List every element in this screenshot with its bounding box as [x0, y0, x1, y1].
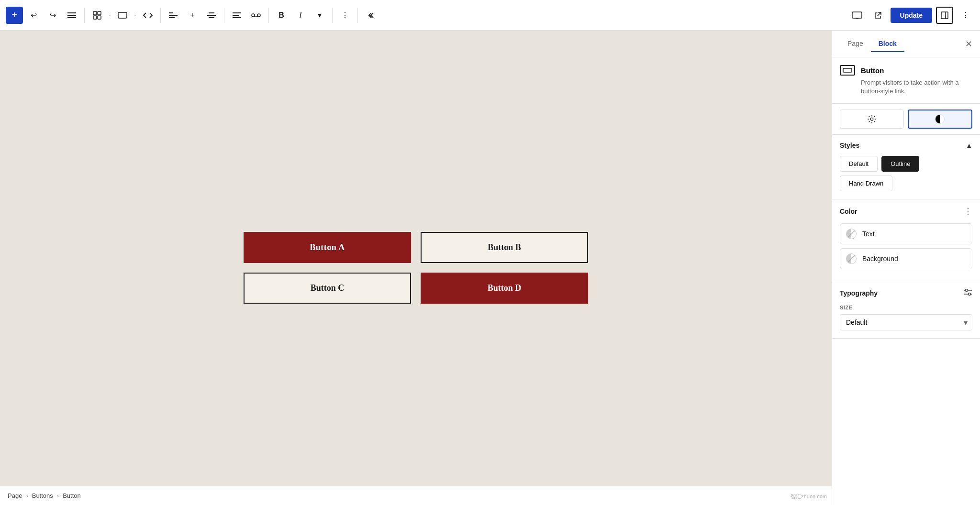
tab-block[interactable]: Block — [871, 36, 904, 52]
button-d[interactable]: Button D — [421, 273, 588, 304]
block-description: Prompt visitors to take action with a bu… — [861, 78, 972, 96]
size-label: SIZE — [840, 305, 972, 310]
styles-section: Styles ▲ Default Outline Hand Drawn — [832, 135, 980, 199]
text-color-label: Text — [862, 230, 875, 238]
external-link-icon — [874, 11, 882, 20]
link-button[interactable] — [247, 7, 265, 24]
bold-button[interactable]: B — [273, 7, 290, 24]
typography-tune-button[interactable] — [964, 288, 972, 298]
block-view-button[interactable] — [89, 7, 106, 24]
svg-rect-5 — [93, 16, 97, 19]
add-inline-button[interactable]: + — [184, 7, 201, 24]
svg-rect-17 — [852, 12, 862, 18]
svg-rect-3 — [93, 11, 97, 15]
background-color-option[interactable]: Background — [840, 248, 972, 269]
list-view-button[interactable] — [63, 7, 80, 24]
styles-options: Default Outline Hand Drawn — [832, 156, 980, 199]
close-panel-button[interactable]: ✕ — [965, 39, 972, 49]
chevron-down-button[interactable]: ▾ — [311, 7, 328, 24]
collapse-button[interactable] — [362, 7, 379, 24]
text-color-option[interactable]: Text — [840, 223, 972, 244]
divider-4 — [268, 8, 269, 23]
inline-icon — [118, 12, 127, 19]
styles-section-header[interactable]: Styles ▲ — [832, 135, 980, 156]
align-center-icon — [207, 12, 216, 19]
style-hand-drawn[interactable]: Hand Drawn — [840, 176, 892, 191]
button-b[interactable]: Button B — [421, 232, 588, 263]
styles-title: Styles — [840, 142, 859, 149]
toolbar: + ↩ ↪ · · — [0, 0, 980, 31]
svg-point-27 — [969, 293, 971, 296]
typography-title: Typography — [840, 289, 878, 297]
inline-button[interactable] — [114, 7, 131, 24]
update-button[interactable]: Update — [891, 8, 932, 23]
buttons-grid: Button A Button B Button C Button D — [244, 232, 588, 304]
breadcrumb-buttons[interactable]: Buttons — [32, 492, 53, 499]
more-button[interactable]: ⋮ — [957, 7, 974, 24]
italic-button[interactable]: I — [292, 7, 309, 24]
button-a[interactable]: Button A — [244, 232, 411, 263]
color-more-button[interactable]: ⋮ — [964, 206, 972, 217]
toolbar-right: Update ⋮ — [848, 7, 974, 24]
svg-point-23 — [870, 118, 873, 121]
redo-button[interactable]: ↪ — [44, 7, 61, 24]
code-editor-icon — [143, 12, 153, 19]
color-section: Color ⋮ Text Background — [832, 199, 980, 281]
add-block-button[interactable]: + — [6, 7, 23, 24]
toggle-panel-button[interactable] — [936, 7, 953, 24]
breadcrumb-page[interactable]: Page — [8, 492, 22, 499]
collapse-icon — [367, 11, 374, 19]
style-tabs — [832, 104, 980, 135]
divider-5 — [332, 8, 333, 23]
right-panel: Page Block ✕ Button Prompt visitors to t… — [832, 31, 980, 505]
desktop-icon — [852, 11, 862, 19]
block-title-row: Button — [840, 65, 972, 76]
gear-icon — [868, 115, 876, 123]
link-icon — [251, 12, 261, 18]
divider-3 — [224, 8, 224, 23]
text-align-button[interactable] — [228, 7, 245, 24]
style-outline[interactable]: Outline — [881, 156, 919, 172]
breadcrumb-sep-2: › — [57, 492, 59, 499]
color-options: Text Background — [832, 223, 980, 281]
settings-tab[interactable] — [840, 110, 904, 129]
external-link-button[interactable] — [869, 7, 887, 24]
color-title: Color — [840, 208, 858, 215]
divider-6 — [357, 8, 358, 23]
typography-content: SIZE Default Small Medium Large X-Large … — [832, 305, 980, 338]
breadcrumb-button[interactable]: Button — [63, 492, 81, 499]
align-left-button[interactable] — [165, 7, 182, 24]
typography-header: Typography — [832, 281, 980, 305]
breadcrumb-sep-1: › — [26, 492, 28, 499]
size-select-wrap: Default Small Medium Large X-Large ▾ — [840, 314, 972, 330]
dot-separator: · — [109, 10, 111, 20]
svg-rect-4 — [98, 11, 101, 15]
canvas-area: Button A Button B Button C Button D — [0, 31, 832, 505]
styles-chevron[interactable]: ▲ — [966, 142, 972, 149]
svg-rect-7 — [118, 12, 127, 18]
divider-1 — [84, 8, 85, 23]
tab-page[interactable]: Page — [840, 36, 871, 52]
svg-rect-20 — [941, 12, 948, 19]
toggle-panel-icon — [941, 11, 948, 19]
align-center-button[interactable] — [203, 7, 220, 24]
typography-section: Typography SIZE Defa — [832, 281, 980, 339]
divider-2 — [160, 8, 161, 23]
color-section-header: Color ⋮ — [832, 199, 980, 223]
breadcrumb: Page › Buttons › Button — [0, 486, 832, 505]
list-view-icon — [67, 12, 76, 19]
code-editor-button[interactable] — [139, 7, 156, 24]
appearance-tab[interactable] — [908, 110, 973, 129]
button-c[interactable]: Button C — [244, 273, 411, 304]
main-layout: Button A Button B Button C Button D Page… — [0, 31, 980, 505]
background-color-label: Background — [862, 255, 898, 263]
background-color-circle — [846, 253, 857, 264]
button-block-icon — [843, 68, 852, 73]
size-select[interactable]: Default Small Medium Large X-Large — [840, 314, 972, 330]
half-circle-icon — [935, 114, 945, 124]
undo-button[interactable]: ↩ — [25, 7, 42, 24]
style-default[interactable]: Default — [840, 156, 878, 172]
more-options-button[interactable]: ⋮ — [336, 7, 354, 24]
dot-separator-2: · — [134, 10, 136, 20]
desktop-view-button[interactable] — [848, 7, 866, 24]
